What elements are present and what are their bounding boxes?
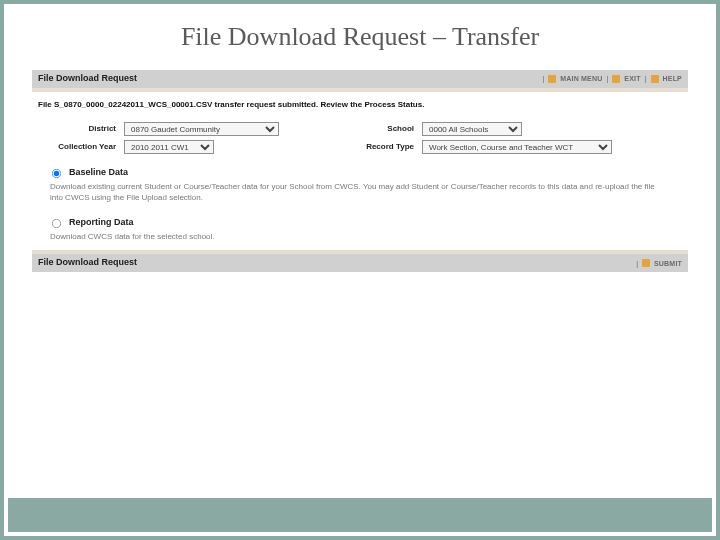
district-select[interactable]: 0870 Gaudet Community [124,122,279,136]
sep: | [645,74,647,83]
footer-band: File Download Request | SUBMIT [32,254,688,272]
collection-year-label: Collection Year [38,142,116,152]
school-select[interactable]: 0000 All Schools [422,122,522,136]
header-links: | MAIN MENU | EXIT | HELP [542,74,682,83]
help-link[interactable]: HELP [663,74,682,83]
baseline-label: Baseline Data [69,167,128,179]
slide-bottom-bar [8,498,712,532]
reporting-radio-row: Reporting Data [32,212,688,231]
header-band: File Download Request | MAIN MENU | EXIT… [32,70,688,88]
reporting-desc: Download CWCS data for the selected scho… [32,231,672,251]
baseline-desc: Download existing current Student or Cou… [32,181,672,212]
baseline-radio[interactable] [52,169,61,178]
submit-button[interactable]: SUBMIT [654,259,682,268]
form-row-2: Collection Year 2010 2011 CW1 Record Typ… [32,138,688,156]
form-row-1: District 0870 Gaudet Community School 00… [32,120,688,138]
baseline-radio-row: Baseline Data [32,162,688,181]
submit-icon [642,259,650,267]
reporting-radio[interactable] [52,219,61,228]
exit-link[interactable]: EXIT [624,74,640,83]
record-type-select[interactable]: Work Section, Course and Teacher WCT [422,140,612,154]
footer-links: | SUBMIT [636,259,682,268]
exit-icon [612,75,620,83]
header-title: File Download Request [38,73,137,85]
school-label: School [344,124,414,134]
slide-title: File Download Request – Transfer [32,22,688,52]
sep: | [607,74,609,83]
app-panel: File Download Request | MAIN MENU | EXIT… [32,70,688,272]
collection-year-select[interactable]: 2010 2011 CW1 [124,140,214,154]
main-menu-icon [548,75,556,83]
reporting-label: Reporting Data [69,217,134,229]
sep: | [636,259,638,268]
record-type-label: Record Type [344,142,414,152]
status-message: File S_0870_0000_02242011_WCS_00001.CSV … [32,92,688,120]
help-icon [651,75,659,83]
sep: | [542,74,544,83]
footer-title: File Download Request [38,257,137,269]
main-menu-link[interactable]: MAIN MENU [560,74,602,83]
district-label: District [38,124,116,134]
